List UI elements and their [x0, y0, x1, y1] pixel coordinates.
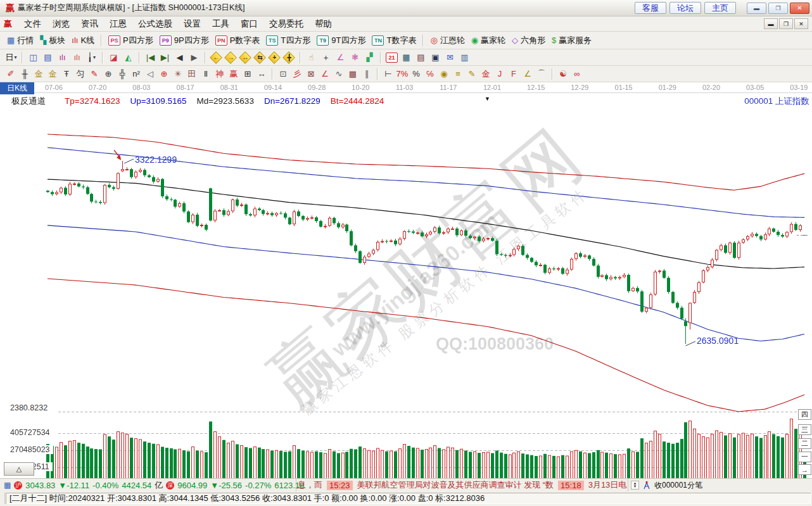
gann-target-icon[interactable]: ⊕ [157, 68, 171, 80]
ying-grid-icon[interactable]: 赢 [227, 68, 241, 80]
menu-item-9[interactable]: 帮助 [309, 17, 338, 31]
minimize-button[interactable]: ▬ [747, 3, 766, 14]
window-layout-icon[interactable]: ◫ [26, 51, 41, 64]
box-plus-tool-icon[interactable]: ⊡ [276, 68, 290, 80]
grid-tool-icon[interactable]: ╫ [18, 68, 32, 80]
quick-link-1[interactable]: 论坛 [669, 2, 701, 14]
menu-item-6[interactable]: 工具 [206, 17, 235, 31]
angle-tool-icon[interactable]: ∠ [333, 51, 348, 64]
small-chart-9-icon[interactable]: ılı [70, 51, 84, 64]
colored-chart-icon[interactable]: ◭ [121, 51, 136, 64]
layout-button-2[interactable]: 二 [798, 438, 811, 449]
j-angle-icon[interactable]: J [493, 68, 507, 80]
notepad-icon[interactable]: ▤ [414, 51, 428, 64]
child-restore-button[interactable]: ❐ [779, 18, 793, 29]
menu-item-1[interactable]: 浏览 [47, 17, 75, 31]
expand-all-icon[interactable]: + [267, 51, 282, 64]
box-grid-icon[interactable]: 田 [185, 68, 199, 80]
ray-fan-tool-icon[interactable]: 彡 [290, 68, 304, 80]
shift-left-icon[interactable]: ← [209, 51, 224, 64]
quotes-grid-icon[interactable]: ▦ [4, 481, 11, 490]
menu-item-4[interactable]: 公式选股 [132, 17, 178, 31]
taiji-icon[interactable]: ☯ [556, 68, 570, 80]
share-icon[interactable]: ✉ [443, 51, 457, 64]
calculator-icon[interactable]: ▦ [399, 51, 414, 64]
infinity-icon[interactable]: ∞ [570, 68, 584, 80]
winner-wheel-button[interactable]: ◉赢家轮 [468, 34, 509, 47]
first-bar-icon[interactable]: |◀ [143, 51, 158, 64]
layout-button-1[interactable]: 三 [798, 424, 811, 435]
chart-canvas[interactable] [0, 82, 812, 478]
f-angle-icon[interactable]: F [507, 68, 521, 80]
t9-square-button[interactable]: T99T四方形 [314, 34, 369, 47]
percent-7-icon[interactable]: 7% [395, 68, 409, 80]
gold-circle-icon[interactable]: ◉ [437, 68, 451, 80]
small-chart-3-icon[interactable]: ılı [55, 51, 70, 64]
gold-angle-icon[interactable]: ∠ [521, 68, 535, 80]
layout-button-0[interactable]: 四 [798, 409, 811, 420]
gold-red-icon[interactable]: 金 [479, 68, 493, 80]
menu-item-3[interactable]: 江恩 [104, 17, 132, 31]
width-measure-icon[interactable]: ↔ [255, 68, 269, 80]
child-close-button[interactable]: ✕ [794, 18, 808, 29]
wave-tool-icon[interactable]: ∿ [332, 68, 346, 80]
compass-grid-icon[interactable]: ⊕ [101, 68, 115, 80]
kline-tab[interactable]: 日K线 [0, 82, 34, 94]
single-candle-icon[interactable]: ╽▾ [84, 51, 99, 64]
menu-item-8[interactable]: 交易委托 [263, 17, 309, 31]
draw-pen-icon[interactable]: ✐ [4, 68, 18, 80]
child-minimize-button[interactable]: ▬ [764, 18, 778, 29]
hexagon-button[interactable]: ◇六角形 [509, 34, 549, 47]
shift-right-icon[interactable]: → [224, 51, 238, 64]
p-square-button[interactable]: PSP四方形 [105, 34, 156, 47]
t-number-table-button[interactable]: TNT数字表 [369, 34, 419, 47]
news-ticker[interactable]: 息，而15:23美联邦航空管理局对波音及其供应商调查审计 发现 “数15:183… [296, 479, 628, 491]
flag-tool-icon[interactable]: ◁ [143, 68, 157, 80]
p-number-table-button[interactable]: PNP数字表 [212, 34, 263, 47]
gold-grid-1-icon[interactable]: 金 [32, 68, 46, 80]
drag-hand-icon[interactable]: ☝ [304, 51, 319, 64]
grid-square-icon[interactable]: ▩ [346, 68, 360, 80]
f-grid-icon[interactable]: Ŧ [60, 68, 73, 80]
layout-button-4[interactable]: → [798, 464, 811, 475]
calendar-icon[interactable]: 21 [384, 51, 399, 64]
menu-item-2[interactable]: 资讯 [75, 17, 104, 31]
gold-grid-2-icon[interactable]: 金 [46, 68, 60, 80]
compress-all-icon[interactable]: ╋ [282, 51, 296, 64]
crosshair-icon[interactable]: ＋ [319, 51, 333, 64]
slash-tool-icon[interactable]: ∥ [360, 68, 374, 80]
grid-123-icon[interactable]: ⊞ [241, 68, 255, 80]
angle-line-tool-icon[interactable]: ∠ [318, 68, 332, 80]
maximize-button[interactable]: ❐ [768, 3, 788, 14]
layout-button-3[interactable]: 一 [798, 452, 811, 462]
menu-item-7[interactable]: 窗口 [235, 17, 263, 31]
spiral-grid-icon[interactable]: 匀 [73, 68, 87, 80]
sectors-button[interactable]: ▚板块 [37, 34, 68, 47]
expand-h-icon[interactable]: ↔ [238, 51, 253, 64]
quick-link-0[interactable]: 客服 [635, 2, 666, 14]
net-tool-icon[interactable]: ⊠ [304, 68, 318, 80]
n2-grid-icon[interactable]: n² [129, 68, 143, 80]
blocks-tool-icon[interactable]: ▞ [362, 51, 377, 64]
arc-tool-icon[interactable]: ⌒ [535, 68, 549, 80]
period-day-selector[interactable]: 日▾ [4, 51, 18, 64]
p9-square-button[interactable]: P99P四方形 [156, 34, 212, 47]
pillar-tool-icon[interactable]: Ⅱ [199, 68, 213, 80]
next-bar-icon[interactable]: ▶ [187, 51, 201, 64]
close-button[interactable]: ✕ [790, 3, 809, 14]
red-pen-icon[interactable]: ✎ [87, 68, 101, 80]
percent-icon[interactable]: % [409, 68, 423, 80]
info-panel-icon[interactable]: ▤ [41, 51, 55, 64]
pane-expand-button[interactable]: △ [4, 462, 34, 476]
gold-lines-icon[interactable]: ≡ [451, 68, 465, 80]
menu-item-0[interactable]: 文件 [18, 17, 47, 31]
menu-item-5[interactable]: 设置 [178, 17, 206, 31]
last-bar-icon[interactable]: ▶| [158, 51, 172, 64]
compress-h-icon[interactable]: ⇆ [253, 51, 267, 64]
winner-service-button[interactable]: $赢家服务 [549, 34, 595, 47]
quick-link-2[interactable]: 主页 [704, 2, 736, 14]
hash-grid-icon[interactable]: ╬ [115, 68, 129, 80]
shen-grid-icon[interactable]: 神 [213, 68, 227, 80]
gold-pen-icon[interactable]: ✎ [465, 68, 479, 80]
kline-button[interactable]: ılıK线 [68, 34, 98, 47]
